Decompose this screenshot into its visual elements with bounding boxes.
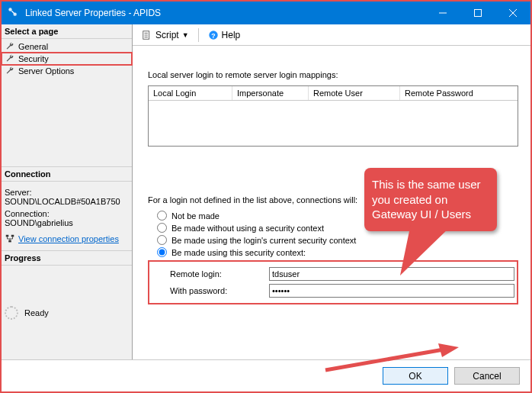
nav-label: General bbox=[18, 42, 48, 51]
toolbar: Script ▼ ? Help bbox=[133, 24, 530, 46]
col-remote-user[interactable]: Remote User bbox=[309, 86, 400, 100]
connection-value: SOUND\gabrielius bbox=[5, 218, 129, 227]
with-password-row: With password: bbox=[170, 284, 514, 298]
progress-status: Ready bbox=[24, 308, 49, 317]
connection-panel: Server: SOUND\LOCALDB#50A1B750 Connectio… bbox=[2, 182, 132, 250]
network-icon bbox=[5, 234, 15, 244]
close-button[interactable] bbox=[495, 2, 530, 24]
script-icon bbox=[142, 30, 152, 40]
cancel-button[interactable]: Cancel bbox=[454, 367, 520, 385]
col-local-login[interactable]: Local Login bbox=[149, 86, 232, 100]
svg-rect-5 bbox=[8, 240, 11, 243]
nav-label: Security bbox=[18, 54, 49, 63]
vcp-text: View connection properties bbox=[18, 234, 119, 243]
svg-marker-10 bbox=[438, 343, 459, 357]
nav-label: Server Options bbox=[18, 66, 74, 76]
grid-header: Local Login Impersonate Remote User Remo… bbox=[149, 86, 518, 101]
radio-current-context[interactable] bbox=[157, 235, 167, 245]
left-pane: Select a page General Security Server Op… bbox=[2, 24, 133, 359]
app-icon bbox=[8, 7, 20, 19]
wrench-icon bbox=[5, 41, 15, 52]
server-label: Server: bbox=[5, 188, 129, 197]
wrench-icon bbox=[5, 53, 15, 64]
with-password-input[interactable] bbox=[269, 284, 514, 298]
credentials-highlight: Remote login: With password: bbox=[148, 260, 518, 304]
svg-rect-3 bbox=[6, 235, 9, 237]
radio-this-context[interactable] bbox=[157, 247, 167, 257]
nav-item-security[interactable]: Security bbox=[2, 53, 132, 65]
page-nav: General Security Server Options bbox=[2, 39, 132, 82]
progress-panel: Ready bbox=[2, 266, 132, 359]
radio-not-be-made[interactable] bbox=[157, 211, 167, 221]
ok-button[interactable]: OK bbox=[383, 367, 448, 385]
dialog-footer: OK Cancel bbox=[2, 359, 530, 391]
radio-no-security-context[interactable] bbox=[157, 223, 167, 233]
script-button[interactable]: Script ▼ bbox=[139, 28, 192, 42]
remote-login-input[interactable] bbox=[269, 267, 514, 281]
select-page-header: Select a page bbox=[2, 24, 132, 39]
annotation-callout: This is the same user you created on Gat… bbox=[364, 168, 497, 231]
server-value: SOUND\LOCALDB#50A1B750 bbox=[5, 197, 129, 206]
toolbar-separator bbox=[198, 28, 199, 42]
dropdown-icon: ▼ bbox=[182, 31, 189, 39]
minimize-button[interactable] bbox=[425, 2, 460, 24]
mappings-caption: Local server login to remote server logi… bbox=[148, 70, 518, 79]
svg-point-0 bbox=[8, 8, 11, 11]
nav-item-server-options[interactable]: Server Options bbox=[2, 65, 132, 77]
view-connection-properties-link[interactable]: View connection properties bbox=[5, 234, 129, 244]
connection-header: Connection bbox=[2, 166, 132, 182]
col-impersonate[interactable]: Impersonate bbox=[232, 86, 309, 100]
opt-this-security-context[interactable]: Be made using this security context: bbox=[157, 247, 518, 257]
col-remote-password[interactable]: Remote Password bbox=[400, 86, 518, 100]
with-password-label: With password: bbox=[170, 286, 269, 295]
progress-spinner-icon bbox=[5, 306, 18, 320]
login-mapping-grid[interactable]: Local Login Impersonate Remote User Remo… bbox=[148, 85, 518, 147]
maximize-button[interactable] bbox=[460, 2, 495, 24]
help-icon: ? bbox=[208, 30, 219, 40]
window-title: Linked Server Properties - APIDS bbox=[25, 8, 425, 18]
nav-item-general[interactable]: General bbox=[2, 40, 132, 53]
connection-label: Connection: bbox=[5, 209, 129, 218]
opt-current-security-context[interactable]: Be made using the login's current securi… bbox=[157, 235, 518, 245]
callout-text: This is the same user you created on Gat… bbox=[372, 178, 481, 221]
svg-rect-2 bbox=[475, 10, 482, 17]
wrench-icon bbox=[5, 66, 15, 76]
progress-header: Progress bbox=[2, 250, 132, 266]
remote-login-label: Remote login: bbox=[170, 269, 269, 279]
help-label: Help bbox=[222, 30, 241, 40]
help-button[interactable]: ? Help bbox=[205, 28, 244, 42]
titlebar: Linked Server Properties - APIDS bbox=[2, 2, 530, 24]
script-label: Script bbox=[155, 30, 179, 40]
svg-text:?: ? bbox=[211, 31, 215, 39]
remote-login-row: Remote login: bbox=[170, 267, 514, 281]
dialog-window: Linked Server Properties - APIDS Select … bbox=[0, 0, 532, 393]
svg-rect-4 bbox=[11, 235, 14, 237]
